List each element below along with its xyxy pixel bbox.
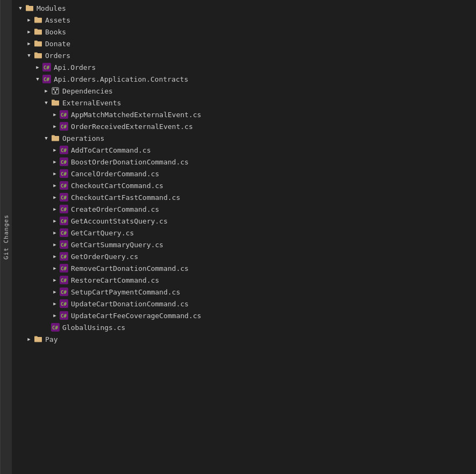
tree-item-app-match[interactable]: C#AppMatchMatchedExternalEvent.cs (12, 109, 476, 120)
svg-text:C#: C# (61, 254, 67, 260)
svg-text:C#: C# (61, 219, 67, 224)
arrow-modules[interactable] (16, 4, 25, 12)
cs-file-icon: C# (59, 228, 69, 238)
arrow-get-order[interactable] (51, 252, 59, 261)
cs-file-icon: C# (59, 311, 69, 320)
tree-item-global-usings[interactable]: C#GlobalUsings.cs (12, 321, 476, 333)
tree-item-external-events[interactable]: ExternalEvents (12, 97, 476, 109)
arrow-create-order[interactable] (51, 205, 59, 213)
tree-item-boost-order[interactable]: C#BoostOrderDonationCommand.cs (12, 156, 476, 168)
tree-item-label-checkout-cart: CheckoutCartCommand.cs (71, 182, 163, 190)
svg-text:C#: C# (61, 242, 67, 248)
arrow-app-match[interactable] (51, 110, 59, 119)
tree-item-update-cart-donation[interactable]: C#UpdateCartDonationCommand.cs (12, 298, 476, 310)
svg-text:C#: C# (61, 301, 67, 307)
tree-item-dependencies[interactable]: Dependencies (12, 85, 476, 97)
arrow-external-events[interactable] (42, 98, 51, 107)
cs-file-icon: C# (59, 240, 69, 249)
arrow-cancel-order[interactable] (51, 169, 59, 178)
arrow-donate[interactable] (25, 39, 33, 48)
cs-file-icon: C# (59, 110, 69, 119)
svg-line-9 (55, 90, 57, 92)
arrow-get-cart[interactable] (51, 228, 59, 237)
arrow-api-orders-app[interactable] (33, 75, 42, 83)
tree-item-label-update-cart-fee: UpdateCartFeeCoverageCommand.cs (71, 312, 201, 320)
tree-item-api-orders[interactable]: C#Api.Orders (12, 61, 476, 73)
tree-item-order-received[interactable]: C#OrderReceivedExternalEvent.cs (12, 120, 476, 132)
arrow-books[interactable] (25, 27, 33, 36)
tree-item-cancel-order[interactable]: C#CancelOrderCommand.cs (12, 168, 476, 179)
tree-item-checkout-cart[interactable]: C#CheckoutCartCommand.cs (12, 179, 476, 191)
tree-item-label-remove-cart-donation: RemoveCartDonationCommand.cs (71, 264, 189, 272)
tree-item-label-get-cart: GetCartQuery.cs (71, 229, 134, 237)
arrow-operations[interactable] (42, 134, 51, 142)
tree-item-checkout-cart-fast[interactable]: C#CheckoutCartFastCommand.cs (12, 191, 476, 203)
svg-text:C#: C# (61, 183, 67, 189)
tree-item-get-cart-summary[interactable]: C#GetCartSummaryQuery.cs (12, 239, 476, 250)
svg-text:C#: C# (44, 77, 49, 82)
git-changes-panel[interactable]: Git Changes (0, 0, 12, 474)
dependencies-icon (51, 86, 60, 96)
cs-file-icon: C# (59, 145, 69, 155)
tree-item-get-order[interactable]: C#GetOrderQuery.cs (12, 250, 476, 262)
arrow-restore-cart[interactable] (51, 276, 59, 284)
svg-text:C#: C# (61, 266, 67, 271)
tree-item-get-account-stats[interactable]: C#GetAccountStatsQuery.cs (12, 215, 476, 227)
arrow-remove-cart-donation[interactable] (51, 264, 59, 272)
tree-item-get-cart[interactable]: C#GetCartQuery.cs (12, 227, 476, 239)
tree-item-label-dependencies: Dependencies (62, 87, 113, 95)
tree-item-assets[interactable]: Assets (12, 14, 476, 26)
tree-item-label-get-cart-summary: GetCartSummaryQuery.cs (71, 241, 163, 249)
cs-file-icon: C# (51, 322, 60, 332)
arrow-pay[interactable] (25, 335, 33, 343)
folder-icon (51, 133, 60, 143)
tree-item-setup-cart-payment[interactable]: C#SetupCartPaymentCommand.cs (12, 286, 476, 298)
solution-explorer-tree: ModulesAssetsBooksDonateOrdersC#Api.Orde… (12, 0, 476, 474)
arrow-checkout-cart-fast[interactable] (51, 193, 59, 202)
arrow-boost-order[interactable] (51, 157, 59, 166)
tree-item-restore-cart[interactable]: C#RestoreCartCommand.cs (12, 274, 476, 286)
tree-item-add-to-cart[interactable]: C#AddToCartCommand.cs (12, 144, 476, 156)
cs-file-icon: C# (59, 275, 69, 285)
tree-item-remove-cart-donation[interactable]: C#RemoveCartDonationCommand.cs (12, 262, 476, 274)
arrow-assets[interactable] (25, 16, 33, 24)
folder-icon (33, 334, 43, 344)
svg-text:C#: C# (61, 160, 67, 165)
arrow-setup-cart-payment[interactable] (51, 288, 59, 296)
tree-item-label-assets: Assets (45, 16, 70, 24)
arrow-update-cart-donation[interactable] (51, 299, 59, 308)
tree-item-label-cancel-order: CancelOrderCommand.cs (71, 170, 159, 178)
tree-item-label-external-events: ExternalEvents (62, 99, 121, 107)
arrow-order-received[interactable] (51, 122, 59, 131)
tree-item-operations[interactable]: Operations (12, 132, 476, 144)
svg-point-7 (55, 92, 56, 94)
arrow-get-cart-summary[interactable] (51, 240, 59, 249)
cs-file-icon: C# (59, 169, 69, 178)
folder-icon (33, 39, 43, 48)
tree-item-label-order-received: OrderReceivedExternalEvent.cs (71, 123, 193, 131)
arrow-api-orders[interactable] (33, 63, 42, 71)
arrow-add-to-cart[interactable] (51, 146, 59, 154)
svg-text:C#: C# (61, 195, 67, 200)
tree-item-update-cart-fee[interactable]: C#UpdateCartFeeCoverageCommand.cs (12, 310, 476, 321)
tree-item-pay[interactable]: Pay (12, 333, 476, 345)
tree-item-api-orders-app[interactable]: C#Api.Orders.Application.Contracts (12, 73, 476, 85)
cs-file-icon: C# (42, 62, 52, 72)
tree-item-donate[interactable]: Donate (12, 38, 476, 49)
tree-item-modules[interactable]: Modules (12, 2, 476, 14)
tree-item-label-orders: Orders (45, 52, 70, 60)
tree-item-orders[interactable]: Orders (12, 49, 476, 61)
tree-item-create-order[interactable]: C#CreateOrderCommand.cs (12, 203, 476, 215)
tree-item-label-api-orders-app: Api.Orders.Application.Contracts (54, 75, 188, 83)
arrow-orders[interactable] (25, 51, 33, 60)
tree-item-label-get-account-stats: GetAccountStatsQuery.cs (71, 217, 168, 225)
tree-item-label-checkout-cart-fast: CheckoutCartFastCommand.cs (71, 193, 181, 202)
arrow-get-account-stats[interactable] (51, 217, 59, 225)
arrow-update-cart-fee[interactable] (51, 311, 59, 320)
tree-item-label-operations: Operations (62, 134, 104, 142)
arrow-checkout-cart[interactable] (51, 181, 59, 190)
tree-item-label-setup-cart-payment: SetupCartPaymentCommand.cs (71, 288, 181, 296)
cs-file-icon: C# (59, 252, 69, 261)
tree-item-books[interactable]: Books (12, 26, 476, 38)
arrow-dependencies[interactable] (42, 87, 51, 95)
